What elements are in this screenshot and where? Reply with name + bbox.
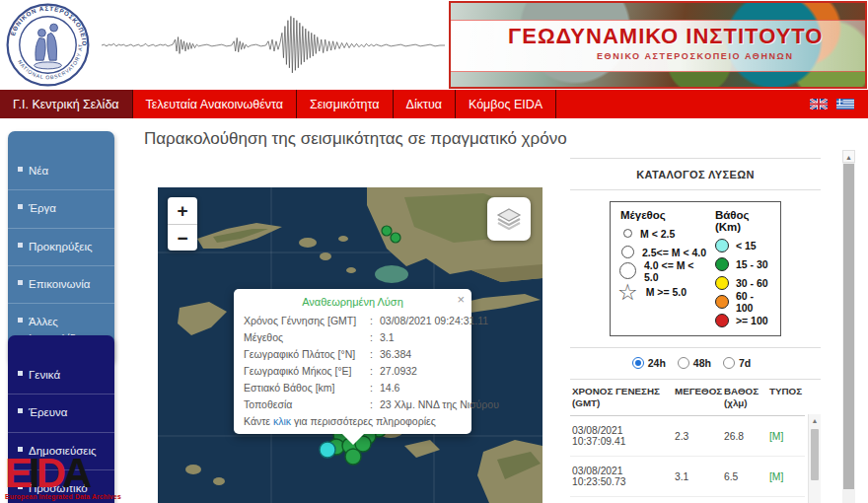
bullet-icon <box>18 408 23 413</box>
cell-type: [M] <box>769 431 803 442</box>
table-scrollbar[interactable]: ▲ <box>808 414 821 503</box>
sidebar-item-news[interactable]: Νέα <box>8 153 114 189</box>
divider <box>570 189 821 190</box>
popup-separator: : <box>370 382 380 394</box>
zoom-out-button[interactable]: − <box>168 224 197 251</box>
table-row[interactable]: 03/08/2021 10:37:09.41 2.3 26.8 [M] <box>570 416 805 457</box>
popup-label: Γεωγραφικό Μήκος [°E] <box>244 365 370 377</box>
popup-label: Εστιακό Βάθος [km] <box>244 382 370 394</box>
legend-depth-column: Βάθος (Km) < 15 15 - 30 30 - 60 60 - 100 <box>715 209 772 329</box>
popup-row-magnitude: Μέγεθος : 3.1 <box>244 328 462 345</box>
table-row[interactable]: 03/08/2021 10:12:50.13 1.8 6.6 [M] <box>570 497 805 503</box>
popup-separator: : <box>370 315 380 326</box>
popup-separator: : <box>370 331 380 343</box>
sidebar-item-label: Νέα <box>29 163 48 180</box>
radio-24h-label[interactable]: 24h <box>648 357 666 369</box>
legend-magnitude-item: 4.0 <= M < 5.0 <box>620 261 709 280</box>
nav-item-home[interactable]: Γ.Ι. Κεντρική Σελίδα <box>0 90 133 118</box>
popup-label: Μέγεθος <box>244 331 370 343</box>
popup-row-depth: Εστιακό Βάθος [km] : 14.6 <box>244 379 462 395</box>
banner-subtitle: ΕΘΝΙΚΟ ΑΣΤΕΡΟΣΚΟΠΕΙΟ ΑΘΗΝΩΝ <box>597 51 794 61</box>
bullet-icon <box>18 280 23 285</box>
legend-label: 60 - 100 <box>736 290 772 314</box>
legend-magnitude-title: Μέγεθος <box>620 209 709 221</box>
legend-depth-item: 60 - 100 <box>715 292 772 311</box>
popup-value: 23 Χλμ. ΝΝΔ της Νισύρου <box>380 398 499 410</box>
eida-logo-letters: EIDA <box>5 454 133 493</box>
nav-item-eida-node[interactable]: Κόμβος EIDA <box>456 90 556 118</box>
sidebar-item-calls[interactable]: Προκηρύξεις <box>8 228 114 265</box>
popup-row-longitude: Γεωγραφικό Μήκος [°E] : 27.0932 <box>244 362 462 379</box>
legend-depth-item: 15 - 30 <box>715 254 772 273</box>
cell-type: [M] <box>769 471 803 482</box>
page-scrollbar-thumb[interactable] <box>843 164 854 489</box>
popup-label: Χρόνος Γέννησης [GMT] <box>244 315 370 326</box>
main-nav: Γ.Ι. Κεντρική Σελίδα Τελευταία Ανακοινωθ… <box>0 90 868 118</box>
popup-footer: Κάντε κλικ για περισσότερες πληροφορίες <box>244 412 462 427</box>
depth-orange-dot-icon <box>715 295 729 309</box>
zoom-in-button[interactable]: + <box>168 197 197 224</box>
radio-48h[interactable] <box>678 357 689 369</box>
solutions-catalog-title: ΚΑΤΑΛΟΓΟΣ ΛΥΣΕΩΝ <box>570 159 821 189</box>
depth-yellow-dot-icon <box>715 276 729 290</box>
cell-magnitude: 3.1 <box>675 471 724 482</box>
eida-logo[interactable]: EIDA European Integrated Data Archives <box>5 454 133 500</box>
map-layers-button[interactable] <box>487 197 531 241</box>
radio-24h[interactable] <box>632 357 644 369</box>
cell-depth: 26.8 <box>724 431 769 442</box>
popup-value: 03/08/2021 09:24:31.11 <box>380 315 488 326</box>
popup-close-icon[interactable]: × <box>457 293 465 306</box>
popup-title: Αναθεωρημένη Λύση <box>244 296 462 308</box>
popup-footer-text: για περισσότερες πληροφορίες <box>291 415 436 427</box>
seismicity-map[interactable]: + − × Αναθεωρημένη Λύση Χρόνος Γέννησης … <box>158 187 542 503</box>
legend-depth-item: < 15 <box>715 236 772 254</box>
nav-item-networks[interactable]: Δίκτυα <box>394 90 456 118</box>
sidebar-item-research[interactable]: Έρευνα <box>8 394 114 431</box>
popup-value: 3.1 <box>380 331 462 343</box>
radio-7d[interactable] <box>723 357 735 369</box>
magnitude-large-circle-icon <box>619 262 636 279</box>
greece-flag-icon[interactable] <box>836 99 854 109</box>
popup-separator: : <box>370 398 380 410</box>
earthquake-popup: × Αναθεωρημένη Λύση Χρόνος Γέννησης [GMT… <box>234 289 471 434</box>
legend-depth-item: >= 100 <box>715 311 772 329</box>
nav-item-seismicity[interactable]: Σεισμικότητα <box>297 90 394 118</box>
radio-7d-label[interactable]: 7d <box>739 357 751 369</box>
map-zoom-control: + − <box>168 197 197 251</box>
sidebar-item-projects[interactable]: Έργα <box>8 189 114 227</box>
radio-48h-label[interactable]: 48h <box>693 357 711 369</box>
popup-value: 14.6 <box>380 382 462 394</box>
col-header-origin-time: ΧΡΟΝΟΣ ΓΕΝΕΣΗΣ (GMT) <box>570 386 675 409</box>
table-row[interactable]: 03/08/2021 10:23:50.73 3.1 6.5 [M] <box>570 457 805 497</box>
uk-flag-icon[interactable] <box>810 99 828 109</box>
popup-label: Τοποθεσία <box>244 398 370 410</box>
map-legend: Μέγεθος M < 2.5 2.5<= M < 4.0 4.0 <= M <… <box>610 201 781 336</box>
table-scrollbar-thumb[interactable] <box>811 429 819 480</box>
scroll-up-arrow-icon[interactable]: ▲ <box>842 150 855 163</box>
depth-green-dot-icon <box>715 257 729 271</box>
bullet-icon <box>18 371 23 376</box>
cell-magnitude: 2.3 <box>675 431 724 442</box>
col-header-magnitude: ΜΕΓΕΘΟΣ <box>675 386 724 409</box>
magnitude-medium-circle-icon <box>621 246 634 258</box>
legend-label: M < 2.5 <box>640 228 675 240</box>
sidebar-item-contact[interactable]: Επικοινωνία <box>8 265 114 303</box>
sidebar-item-general[interactable]: Γενικά <box>8 357 114 394</box>
scroll-up-arrow-icon[interactable]: ▲ <box>809 414 821 427</box>
legend-magnitude-column: Μέγεθος M < 2.5 2.5<= M < 4.0 4.0 <= M <… <box>620 209 709 329</box>
legend-label: 4.0 <= M < 5.0 <box>644 259 709 283</box>
sidebar-item-label: Έργα <box>29 200 56 217</box>
legend-label: 15 - 30 <box>736 258 768 270</box>
depth-cyan-dot-icon <box>715 239 729 252</box>
eida-logo-caption: European Integrated Data Archives <box>5 493 133 500</box>
star-icon: ☆ <box>617 284 638 300</box>
page-scrollbar[interactable]: ▲ <box>842 150 855 503</box>
sidebar-item-label: Γενικά <box>29 367 60 384</box>
popup-value: 36.384 <box>380 348 462 360</box>
popup-footer-text: Κάντε <box>244 415 273 427</box>
bullet-icon <box>18 204 23 209</box>
popup-more-info-link[interactable]: κλικ <box>273 415 291 427</box>
sidebar-item-label: Έρευνα <box>29 404 67 421</box>
header: ΕΘΝΙΚΟΝ ΑΣΤΕΡΟΣΚΟΠΕΙΟΝ ΑΘΗΝΩΝ NATIONAL O… <box>0 0 868 90</box>
nav-item-latest-announcements[interactable]: Τελευταία Ανακοινωθέντα <box>133 90 297 118</box>
